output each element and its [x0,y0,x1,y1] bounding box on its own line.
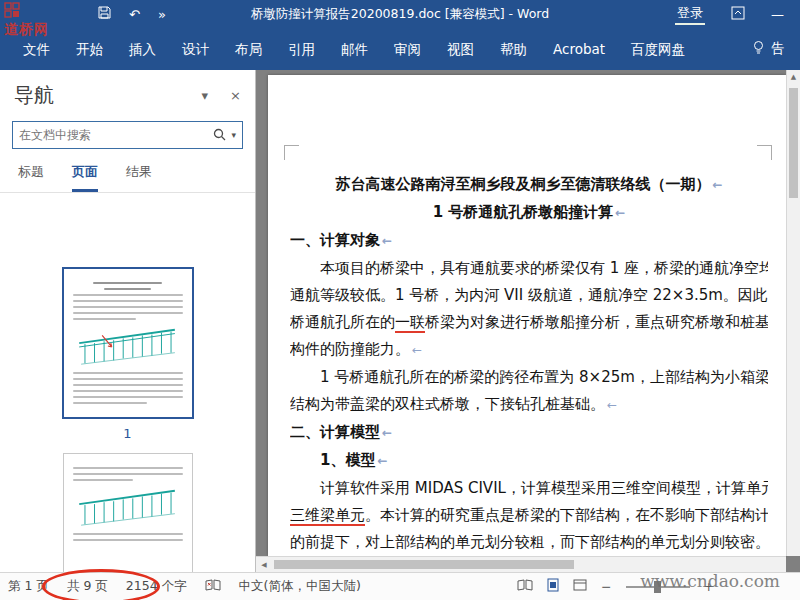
text-boundary-mark [284,145,299,160]
nav-tab-pages[interactable]: 页面 [72,163,98,192]
doc-line: 通航等级较低。1 号桥，为内河 VII 级航道，通航净空 22×3.5m。因此，… [290,282,768,309]
status-left: 第 1 页 共 9 页 2154 个字 中文(简体，中国大陆) [8,573,361,600]
scroll-left-icon[interactable]: ◀ [256,561,272,569]
close-icon[interactable]: × [230,88,241,103]
tab-layout[interactable]: 布局 [222,28,275,70]
page-thumbnail-1[interactable] [64,269,192,417]
horizontal-scrollbar-thumb[interactable] [274,560,574,569]
doc-line: 的前提下，对上部结构的单元划分较粗，而下部结构的单元划分则较密。每片主 [290,529,768,556]
doc-line: 1 号桥通航孔桥墩船撞计算← [290,199,768,227]
page-thumbnail-list: 1 [0,233,255,572]
doc-line: 计算软件采用 MIDAS CIVIL，计算模型采用三维空间模型，计算单元采用 [290,475,768,502]
horizontal-scrollbar[interactable]: ◀ [256,556,786,572]
doc-line: 1、模型← [290,447,768,475]
status-word-count[interactable]: 2154 个字 [126,578,187,595]
ribbon-tab-bar: 文件 开始 插入 设计 布局 引用 邮件 审阅 视图 帮助 Acrobat 百度… [0,28,800,70]
status-page-total[interactable]: 共 9 页 [67,578,108,595]
tell-me-label: 告 [771,40,785,58]
tab-insert[interactable]: 插入 [116,28,169,70]
tab-view[interactable]: 视图 [434,28,487,70]
status-bar: 第 1 页 共 9 页 2154 个字 中文(简体，中国大陆) − + [0,572,800,600]
read-mode-button[interactable] [517,579,533,594]
doc-line: 苏台高速公路南浔至桐乡段及桐乡至德清联络线（一期）← [290,171,768,199]
zoom-slider-knob[interactable] [654,581,661,593]
doc-line: 结构为带盖梁的双柱式桥墩，下接钻孔桩基础。← [290,391,768,419]
page-thumbnail-2[interactable] [64,454,192,572]
zoom-slider[interactable] [626,586,690,588]
document-area: 苏台高速公路南浔至桐乡段及桐乡至德清联络线（一期）←1 号桥通航孔桥墩船撞计算←… [256,70,800,572]
tab-file[interactable]: 文件 [10,28,63,70]
zoom-out-button[interactable]: − [601,579,611,594]
tab-references[interactable]: 引用 [275,28,328,70]
web-layout-button[interactable] [573,579,587,594]
tab-help[interactable]: 帮助 [487,28,540,70]
sign-in-button[interactable]: 登录 [675,3,705,25]
vertical-scrollbar[interactable]: ▲ [786,70,800,556]
tell-me-box[interactable]: 告 [752,40,800,58]
document-lines[interactable]: 苏台高速公路南浔至桐乡段及桐乡至德清联络线（一期）←1 号桥通航孔桥墩船撞计算←… [290,171,768,556]
status-right: − + [517,573,714,600]
word-window: ↶ » 桥墩防撞计算报告20200819.doc [兼容模式] - Word 登… [0,0,800,600]
bridge-model-image [73,485,183,529]
doc-line: 二、计算模型← [290,419,768,447]
document-page: 苏台高速公路南浔至桐乡段及桐乡至德清联络线（一期）←1 号桥通航孔桥墩船撞计算←… [268,75,786,556]
main-area: 导航 ▾ × ▾ 标题 页面 结果 [0,70,800,572]
tab-mailings[interactable]: 邮件 [328,28,381,70]
ribbon-display-options-icon[interactable] [731,6,745,23]
print-layout-button[interactable] [547,578,559,595]
navigation-title: 导航 [14,82,180,109]
bridge-model-image [73,324,183,368]
doc-line: 三维梁单元。本计算的研究重点是桥梁的下部结构，在不影响下部结构计算精度 [290,502,768,529]
window-controls: 登录 — [675,0,784,28]
doc-line: 1 号桥通航孔所在的桥梁的跨径布置为 8×25m，上部结构为小箱梁，下部 [290,364,768,391]
navigation-header: 导航 ▾ × [0,70,255,117]
nav-tab-bar: 标题 页面 结果 [0,161,255,193]
doc-line: 本项目的桥梁中，具有通航要求的桥梁仅有 1 座，桥梁的通航净空均较小， [290,255,768,282]
tab-home[interactable]: 开始 [63,28,116,70]
scroll-up-icon[interactable]: ▲ [787,70,800,81]
nav-tab-results[interactable]: 结果 [126,163,152,192]
doc-line: 构件的防撞能力。← [290,336,768,364]
tab-review[interactable]: 审阅 [381,28,434,70]
search-icon[interactable] [213,128,226,143]
vertical-scrollbar-thumb[interactable] [789,88,798,198]
zoom-in-button[interactable]: + [704,579,714,594]
title-bar: ↶ » 桥墩防撞计算报告20200819.doc [兼容模式] - Word 登… [0,0,800,28]
tab-baidu-netdisk[interactable]: 百度网盘 [618,28,698,70]
tab-design[interactable]: 设计 [169,28,222,70]
status-page-current[interactable]: 第 1 页 [8,578,49,595]
navigation-pane: 导航 ▾ × ▾ 标题 页面 结果 [0,70,256,572]
tab-acrobat[interactable]: Acrobat [540,28,618,70]
nav-search-controls: ▾ [207,128,242,143]
proofing-icon[interactable] [205,579,221,594]
doc-line: 桥通航孔所在的一联桥梁为对象进行桥墩船撞分析，重点研究桥墩和桩基等下部 [290,309,768,336]
minimize-button[interactable]: — [771,7,784,22]
chevron-down-icon[interactable]: ▾ [202,88,209,103]
nav-search-box: ▾ [12,121,243,149]
thumbnail-page-number: 1 [123,426,131,441]
doc-line: 一、计算对象← [290,227,768,255]
status-language[interactable]: 中文(简体，中国大陆) [239,578,361,595]
search-dropdown-icon[interactable]: ▾ [231,130,236,140]
text-boundary-mark [757,145,772,160]
lightbulb-icon [752,40,765,58]
nav-search-input[interactable] [13,128,207,142]
nav-tab-headings[interactable]: 标题 [18,163,44,192]
